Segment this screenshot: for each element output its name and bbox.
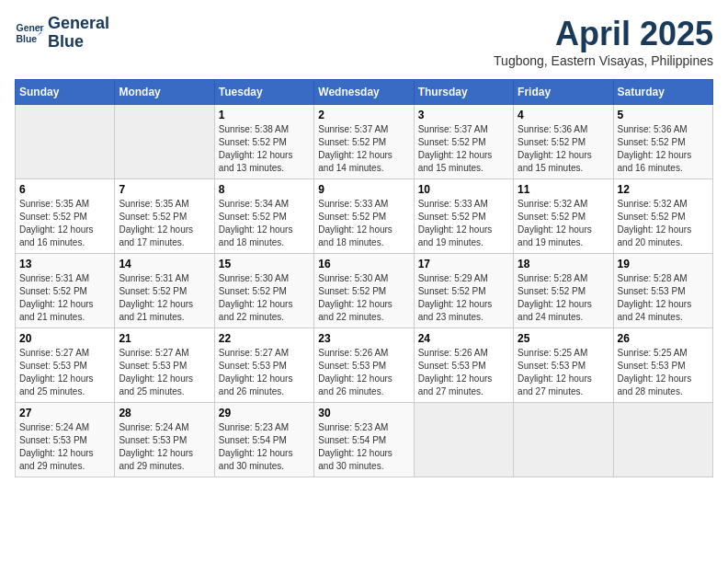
page-header: General Blue General Blue April 2025 Tug… <box>15 15 713 68</box>
day-info: Sunrise: 5:27 AMSunset: 5:53 PMDaylight:… <box>19 347 110 398</box>
title-block: April 2025 Tugbong, Eastern Visayas, Phi… <box>494 15 713 68</box>
calendar-cell: 25Sunrise: 5:25 AMSunset: 5:53 PMDayligh… <box>514 328 613 403</box>
calendar-cell: 16Sunrise: 5:30 AMSunset: 5:52 PMDayligh… <box>314 254 414 328</box>
day-info: Sunrise: 5:24 AMSunset: 5:53 PMDaylight:… <box>119 421 210 473</box>
day-number: 15 <box>219 258 310 270</box>
calendar-cell: 24Sunrise: 5:26 AMSunset: 5:53 PMDayligh… <box>414 328 513 403</box>
svg-text:General: General <box>17 23 44 33</box>
svg-text:Blue: Blue <box>17 33 38 43</box>
day-info: Sunrise: 5:25 AMSunset: 5:53 PMDaylight:… <box>518 347 609 398</box>
weekday-header: Thursday <box>414 80 513 105</box>
calendar-week-row: 1Sunrise: 5:38 AMSunset: 5:52 PMDaylight… <box>16 105 713 179</box>
day-number: 26 <box>618 332 709 345</box>
calendar-cell: 28Sunrise: 5:24 AMSunset: 5:53 PMDayligh… <box>115 403 214 477</box>
day-number: 27 <box>19 407 110 419</box>
calendar-table: SundayMondayTuesdayWednesdayThursdayFrid… <box>15 79 713 477</box>
day-info: Sunrise: 5:29 AMSunset: 5:52 PMDaylight:… <box>418 272 509 324</box>
calendar-cell: 29Sunrise: 5:23 AMSunset: 5:54 PMDayligh… <box>214 403 313 477</box>
day-number: 14 <box>119 258 210 270</box>
calendar-cell: 21Sunrise: 5:27 AMSunset: 5:53 PMDayligh… <box>115 328 214 403</box>
day-number: 18 <box>518 258 609 270</box>
day-number: 30 <box>318 407 409 419</box>
calendar-cell: 11Sunrise: 5:32 AMSunset: 5:52 PMDayligh… <box>514 179 613 254</box>
day-number: 11 <box>518 183 609 196</box>
day-info: Sunrise: 5:33 AMSunset: 5:52 PMDaylight:… <box>318 198 409 249</box>
weekday-header-row: SundayMondayTuesdayWednesdayThursdayFrid… <box>16 80 713 105</box>
calendar-cell <box>613 403 712 477</box>
day-number: 23 <box>318 332 409 345</box>
weekday-header: Wednesday <box>314 80 414 105</box>
calendar-cell: 30Sunrise: 5:23 AMSunset: 5:54 PMDayligh… <box>314 403 414 477</box>
day-number: 17 <box>418 258 509 270</box>
logo-line2: Blue <box>48 33 109 52</box>
day-info: Sunrise: 5:31 AMSunset: 5:52 PMDaylight:… <box>19 272 110 324</box>
weekday-header: Tuesday <box>214 80 313 105</box>
calendar-week-row: 13Sunrise: 5:31 AMSunset: 5:52 PMDayligh… <box>16 254 713 328</box>
day-info: Sunrise: 5:34 AMSunset: 5:52 PMDaylight:… <box>219 198 310 249</box>
day-info: Sunrise: 5:38 AMSunset: 5:52 PMDaylight:… <box>219 123 310 175</box>
day-number: 1 <box>219 109 310 121</box>
day-info: Sunrise: 5:28 AMSunset: 5:52 PMDaylight:… <box>518 272 609 324</box>
calendar-cell: 26Sunrise: 5:25 AMSunset: 5:53 PMDayligh… <box>613 328 712 403</box>
day-number: 22 <box>219 332 310 345</box>
logo-line1: General <box>48 15 109 33</box>
calendar-cell: 18Sunrise: 5:28 AMSunset: 5:52 PMDayligh… <box>514 254 613 328</box>
calendar-week-row: 20Sunrise: 5:27 AMSunset: 5:53 PMDayligh… <box>16 328 713 403</box>
calendar-cell: 7Sunrise: 5:35 AMSunset: 5:52 PMDaylight… <box>115 179 214 254</box>
day-number: 24 <box>418 332 509 345</box>
calendar-cell: 27Sunrise: 5:24 AMSunset: 5:53 PMDayligh… <box>16 403 115 477</box>
weekday-header: Friday <box>514 80 613 105</box>
calendar-cell: 23Sunrise: 5:26 AMSunset: 5:53 PMDayligh… <box>314 328 414 403</box>
day-number: 10 <box>418 183 509 196</box>
day-info: Sunrise: 5:23 AMSunset: 5:54 PMDaylight:… <box>318 421 409 473</box>
calendar-cell: 8Sunrise: 5:34 AMSunset: 5:52 PMDaylight… <box>214 179 313 254</box>
weekday-header: Saturday <box>613 80 712 105</box>
day-info: Sunrise: 5:37 AMSunset: 5:52 PMDaylight:… <box>318 123 409 175</box>
calendar-cell: 3Sunrise: 5:37 AMSunset: 5:52 PMDaylight… <box>414 105 513 179</box>
weekday-header: Sunday <box>16 80 115 105</box>
calendar-cell: 13Sunrise: 5:31 AMSunset: 5:52 PMDayligh… <box>16 254 115 328</box>
day-number: 6 <box>19 183 110 196</box>
day-info: Sunrise: 5:24 AMSunset: 5:53 PMDaylight:… <box>19 421 110 473</box>
calendar-cell <box>16 105 115 179</box>
day-number: 4 <box>518 109 609 121</box>
logo: General Blue General Blue <box>15 15 109 52</box>
calendar-cell: 4Sunrise: 5:36 AMSunset: 5:52 PMDaylight… <box>514 105 613 179</box>
day-info: Sunrise: 5:23 AMSunset: 5:54 PMDaylight:… <box>219 421 310 473</box>
calendar-cell: 19Sunrise: 5:28 AMSunset: 5:53 PMDayligh… <box>613 254 712 328</box>
calendar-cell: 2Sunrise: 5:37 AMSunset: 5:52 PMDaylight… <box>314 105 414 179</box>
calendar-cell: 17Sunrise: 5:29 AMSunset: 5:52 PMDayligh… <box>414 254 513 328</box>
day-info: Sunrise: 5:37 AMSunset: 5:52 PMDaylight:… <box>418 123 509 175</box>
calendar-cell: 1Sunrise: 5:38 AMSunset: 5:52 PMDaylight… <box>214 105 313 179</box>
day-info: Sunrise: 5:28 AMSunset: 5:53 PMDaylight:… <box>618 272 709 324</box>
calendar-cell <box>514 403 613 477</box>
calendar-cell: 12Sunrise: 5:32 AMSunset: 5:52 PMDayligh… <box>613 179 712 254</box>
day-number: 13 <box>19 258 110 270</box>
calendar-cell: 22Sunrise: 5:27 AMSunset: 5:53 PMDayligh… <box>214 328 313 403</box>
day-number: 8 <box>219 183 310 196</box>
day-number: 29 <box>219 407 310 419</box>
weekday-header: Monday <box>115 80 214 105</box>
calendar-cell: 9Sunrise: 5:33 AMSunset: 5:52 PMDaylight… <box>314 179 414 254</box>
logo-icon: General Blue <box>15 18 44 48</box>
day-info: Sunrise: 5:26 AMSunset: 5:53 PMDaylight:… <box>318 347 409 398</box>
calendar-cell: 15Sunrise: 5:30 AMSunset: 5:52 PMDayligh… <box>214 254 313 328</box>
location: Tugbong, Eastern Visayas, Philippines <box>494 53 713 68</box>
day-number: 3 <box>418 109 509 121</box>
calendar-cell: 6Sunrise: 5:35 AMSunset: 5:52 PMDaylight… <box>16 179 115 254</box>
day-info: Sunrise: 5:30 AMSunset: 5:52 PMDaylight:… <box>318 272 409 324</box>
calendar-cell: 14Sunrise: 5:31 AMSunset: 5:52 PMDayligh… <box>115 254 214 328</box>
day-info: Sunrise: 5:32 AMSunset: 5:52 PMDaylight:… <box>518 198 609 249</box>
calendar-cell: 10Sunrise: 5:33 AMSunset: 5:52 PMDayligh… <box>414 179 513 254</box>
calendar-cell: 5Sunrise: 5:36 AMSunset: 5:52 PMDaylight… <box>613 105 712 179</box>
day-info: Sunrise: 5:25 AMSunset: 5:53 PMDaylight:… <box>618 347 709 398</box>
day-info: Sunrise: 5:35 AMSunset: 5:52 PMDaylight:… <box>19 198 110 249</box>
day-info: Sunrise: 5:36 AMSunset: 5:52 PMDaylight:… <box>618 123 709 175</box>
day-number: 9 <box>318 183 409 196</box>
day-number: 7 <box>119 183 210 196</box>
calendar-week-row: 27Sunrise: 5:24 AMSunset: 5:53 PMDayligh… <box>16 403 713 477</box>
day-info: Sunrise: 5:35 AMSunset: 5:52 PMDaylight:… <box>119 198 210 249</box>
calendar-cell <box>115 105 214 179</box>
calendar-cell: 20Sunrise: 5:27 AMSunset: 5:53 PMDayligh… <box>16 328 115 403</box>
day-number: 28 <box>119 407 210 419</box>
